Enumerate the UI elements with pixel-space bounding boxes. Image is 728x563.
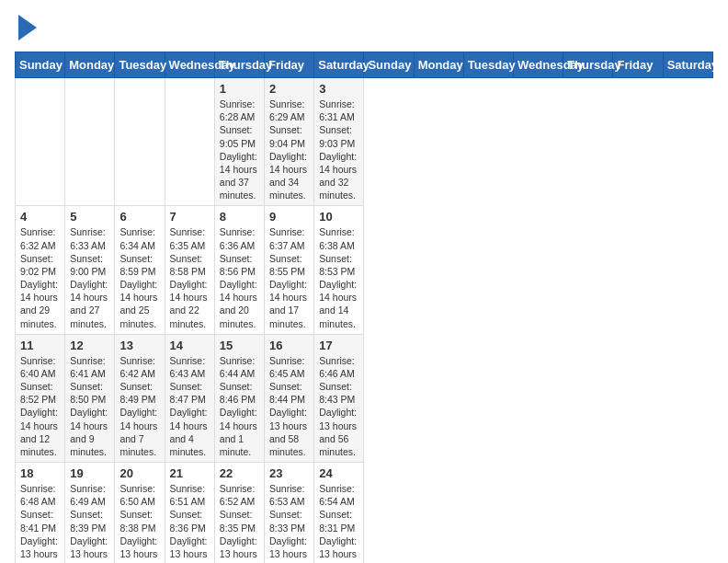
day-info-line: and 32 minutes. <box>319 176 358 201</box>
day-info-line: and 25 minutes. <box>119 304 159 329</box>
calendar-cell: 13Sunrise: 6:42 AMSunset: 8:49 PMDayligh… <box>115 334 165 462</box>
day-info-line: Sunrise: 6:32 AM <box>20 225 60 251</box>
day-header-wednesday: Wednesday <box>165 52 214 78</box>
day-number: 6 <box>119 210 159 224</box>
day-number: 2 <box>269 82 309 96</box>
day-info-line: Sunset: 9:00 PM <box>70 252 109 278</box>
day-info-line: Daylight: 14 hours <box>20 406 60 431</box>
calendar-cell: 22Sunrise: 6:52 AMSunset: 8:35 PMDayligh… <box>214 463 264 563</box>
day-info-line: Sunset: 8:58 PM <box>170 252 210 278</box>
day-info-line: Daylight: 14 hours <box>220 406 259 431</box>
day-info-line: Sunrise: 6:44 AM <box>220 354 259 380</box>
day-number: 8 <box>220 210 259 224</box>
day-info-line: Sunrise: 6:41 AM <box>70 354 109 380</box>
day-info-line: Sunrise: 6:53 AM <box>269 482 309 508</box>
calendar-cell: 9Sunrise: 6:37 AMSunset: 8:55 PMDaylight… <box>265 206 314 334</box>
day-info-line: and 7 minutes. <box>119 432 159 458</box>
day-number: 3 <box>319 82 358 96</box>
day-info-line: and 29 minutes. <box>20 304 60 329</box>
day-info-line: Daylight: 13 hours <box>70 534 109 560</box>
day-info-line: Sunset: 8:52 PM <box>20 380 60 406</box>
calendar-cell: 6Sunrise: 6:34 AMSunset: 8:59 PMDaylight… <box>115 206 165 334</box>
day-info-line: and 14 minutes. <box>319 304 358 329</box>
day-info-line: Sunset: 8:38 PM <box>119 508 159 534</box>
calendar-cell: 2Sunrise: 6:29 AMSunset: 9:04 PMDaylight… <box>265 78 314 206</box>
day-info-line: Sunrise: 6:42 AM <box>119 354 159 380</box>
calendar-cell: 10Sunrise: 6:38 AMSunset: 8:53 PMDayligh… <box>314 206 364 334</box>
calendar-cell: 19Sunrise: 6:49 AMSunset: 8:39 PMDayligh… <box>65 463 115 563</box>
calendar-cell: 12Sunrise: 6:41 AMSunset: 8:50 PMDayligh… <box>65 334 115 462</box>
day-info-line: Sunrise: 6:28 AM <box>220 98 259 123</box>
day-header-friday: Friday <box>613 52 663 78</box>
day-number: 4 <box>20 210 60 224</box>
day-info-line: Sunrise: 6:29 AM <box>269 98 309 123</box>
day-header-sunday: Sunday <box>364 52 414 78</box>
day-header-tuesday: Tuesday <box>115 52 165 78</box>
day-info-line: Sunset: 8:55 PM <box>269 252 309 278</box>
day-header-saturday: Saturday <box>663 52 712 78</box>
day-info-line: and 12 minutes. <box>20 432 60 458</box>
day-info-line: Sunset: 8:59 PM <box>119 252 159 278</box>
day-info-line: and 4 minutes. <box>170 432 210 458</box>
day-info-line: Sunset: 8:56 PM <box>220 252 259 278</box>
day-info-line: and 1 minute. <box>220 432 259 458</box>
day-info-line: Sunrise: 6:31 AM <box>319 98 358 123</box>
day-info-line: Sunset: 8:36 PM <box>170 508 210 534</box>
day-info-line: Sunset: 8:39 PM <box>70 508 109 534</box>
calendar-cell: 20Sunrise: 6:50 AMSunset: 8:38 PMDayligh… <box>115 463 165 563</box>
day-info-line: Sunset: 8:43 PM <box>319 380 358 406</box>
day-info-line: Daylight: 13 hours <box>220 534 259 560</box>
day-number: 12 <box>70 339 109 352</box>
calendar-cell: 4Sunrise: 6:32 AMSunset: 9:02 PMDaylight… <box>16 206 65 334</box>
day-header-monday: Monday <box>65 52 115 78</box>
day-header-tuesday: Tuesday <box>463 52 513 78</box>
calendar-header-row: SundayMondayTuesdayWednesdayThursdayFrid… <box>16 52 713 78</box>
day-number: 5 <box>70 210 109 224</box>
day-number: 19 <box>70 466 109 480</box>
day-info-line: Sunrise: 6:48 AM <box>20 482 60 508</box>
page-header <box>15 15 713 40</box>
day-info-line: and 58 minutes. <box>269 432 309 458</box>
day-header-thursday: Thursday <box>214 52 264 78</box>
calendar-week-row: 4Sunrise: 6:32 AMSunset: 9:02 PMDaylight… <box>16 206 713 334</box>
day-header-monday: Monday <box>414 52 463 78</box>
day-info-line: Daylight: 14 hours <box>119 278 159 304</box>
calendar-cell <box>115 78 165 206</box>
calendar-cell: 5Sunrise: 6:33 AMSunset: 9:00 PMDaylight… <box>65 206 115 334</box>
day-header-friday: Friday <box>265 52 314 78</box>
day-info-line: Sunset: 8:47 PM <box>170 380 210 406</box>
day-number: 11 <box>20 339 60 352</box>
day-number: 21 <box>170 466 210 480</box>
day-info-line: Sunrise: 6:45 AM <box>269 354 309 380</box>
calendar-cell: 8Sunrise: 6:36 AMSunset: 8:56 PMDaylight… <box>214 206 264 334</box>
day-info-line: and 27 minutes. <box>70 304 109 329</box>
day-number: 7 <box>170 210 210 224</box>
day-number: 1 <box>220 82 259 96</box>
day-info-line: Sunset: 8:41 PM <box>20 508 60 534</box>
day-info-line: and 34 minutes. <box>269 176 309 201</box>
day-info-line: and 20 minutes. <box>220 304 259 329</box>
day-number: 18 <box>20 466 60 480</box>
calendar-cell: 14Sunrise: 6:43 AMSunset: 8:47 PMDayligh… <box>165 334 214 462</box>
calendar-table: SundayMondayTuesdayWednesdayThursdayFrid… <box>15 52 713 563</box>
day-header-sunday: Sunday <box>16 52 65 78</box>
day-info-line: Daylight: 13 hours <box>20 534 60 560</box>
day-info-line: Sunrise: 6:36 AM <box>220 225 259 251</box>
calendar-cell: 23Sunrise: 6:53 AMSunset: 8:33 PMDayligh… <box>265 463 314 563</box>
day-info-line: Sunset: 8:33 PM <box>269 508 309 534</box>
day-info-line: Sunset: 8:50 PM <box>70 380 109 406</box>
day-info-line: Sunrise: 6:49 AM <box>70 482 109 508</box>
calendar-cell: 21Sunrise: 6:51 AMSunset: 8:36 PMDayligh… <box>165 463 214 563</box>
day-info-line: Daylight: 13 hours <box>319 534 358 560</box>
day-info-line: Sunrise: 6:38 AM <box>319 225 358 251</box>
day-info-line: Daylight: 13 hours <box>319 406 358 431</box>
calendar-cell: 1Sunrise: 6:28 AMSunset: 9:05 PMDaylight… <box>214 78 264 206</box>
calendar-cell: 3Sunrise: 6:31 AMSunset: 9:03 PMDaylight… <box>314 78 364 206</box>
day-info-line: Sunrise: 6:50 AM <box>119 482 159 508</box>
day-info-line: Sunset: 9:02 PM <box>20 252 60 278</box>
day-info-line: Daylight: 14 hours <box>170 278 210 304</box>
day-info-line: Sunrise: 6:43 AM <box>170 354 210 380</box>
day-info-line: Daylight: 14 hours <box>269 150 309 176</box>
calendar-cell: 24Sunrise: 6:54 AMSunset: 8:31 PMDayligh… <box>314 463 364 563</box>
day-info-line: Sunset: 9:03 PM <box>319 123 358 149</box>
